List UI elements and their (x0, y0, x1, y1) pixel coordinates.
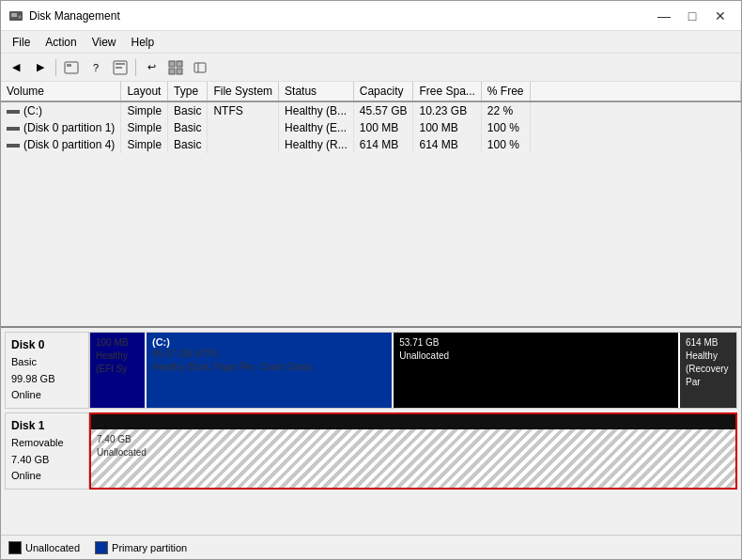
disk-management-window: Disk Management — □ ✕ File Action View H… (0, 0, 742, 560)
cell-freeSpace: 100 MB (413, 119, 481, 136)
disk0-partition-4[interactable]: 614 MB Healthy (Recovery Par (680, 333, 736, 408)
toolbar-separator-2 (135, 59, 136, 76)
svg-rect-9 (177, 61, 182, 67)
disk1-label: Disk 1 Removable 7.40 GB Online (5, 412, 89, 490)
cell-fileSystem (208, 119, 279, 136)
minimize-button[interactable]: — (651, 7, 677, 25)
window-title: Disk Management (29, 9, 120, 23)
svg-rect-10 (169, 69, 175, 74)
toolbar: ◀ ▶ ? ↩ (1, 54, 741, 82)
legend-box-primary (95, 541, 108, 554)
cell-layout: Simple (121, 136, 168, 153)
cell-layout: Simple (121, 101, 168, 119)
main-content: Volume Layout Type File System Status Ca… (1, 82, 741, 559)
legend: Unallocated Primary partition (1, 535, 741, 559)
cell-percentFree: 100 % (481, 136, 530, 153)
cell-status: Healthy (R... (279, 136, 354, 153)
legend-unallocated-label: Unallocated (25, 542, 80, 553)
close-button[interactable]: ✕ (707, 7, 734, 25)
col-freespace[interactable]: Free Spa... (413, 82, 481, 101)
toolbar-separator-1 (55, 59, 56, 76)
menu-action[interactable]: Action (38, 34, 84, 51)
volume-table-section[interactable]: Volume Layout Type File System Status Ca… (1, 82, 741, 328)
col-type[interactable]: Type (168, 82, 208, 101)
svg-rect-4 (67, 64, 71, 67)
disk-row-0: Disk 0 Basic 99.98 GB Online 100 MB Heal… (5, 332, 737, 409)
legend-box-unallocated (8, 541, 22, 554)
svg-rect-3 (65, 62, 78, 73)
col-percentfree[interactable]: % Free (481, 82, 530, 101)
toolbar-refresh[interactable]: ↩ (140, 57, 162, 78)
svg-rect-1 (11, 13, 17, 17)
col-capacity[interactable]: Capacity (353, 82, 413, 101)
toolbar-view[interactable] (164, 57, 187, 78)
cell-freeSpace: 10.23 GB (413, 101, 481, 119)
toolbar-disk[interactable] (60, 57, 83, 78)
cell-volume: (Disk 0 partition 1) (1, 119, 121, 136)
svg-rect-8 (169, 61, 175, 67)
volume-icon (7, 110, 20, 114)
cell-fileSystem: NTFS (208, 101, 279, 119)
cell-percentFree: 100 % (481, 119, 530, 136)
cell-capacity: 614 MB (353, 136, 413, 153)
toolbar-back[interactable]: ◀ (5, 57, 27, 78)
cell-volume: (Disk 0 partition 4) (1, 136, 121, 153)
legend-primary: Primary partition (95, 541, 187, 554)
disk-icon (8, 8, 23, 23)
svg-rect-6 (116, 63, 125, 65)
title-bar: Disk Management — □ ✕ (1, 1, 741, 31)
cell-freeSpace: 614 MB (413, 136, 481, 153)
cell-type: Basic (168, 101, 208, 119)
menu-view[interactable]: View (85, 34, 124, 51)
graph-section: Disk 0 Basic 99.98 GB Online 100 MB Heal… (1, 328, 741, 535)
disk0-label: Disk 0 Basic 99.98 GB Online (5, 332, 89, 409)
disk0-partition-2[interactable]: (C:) 45.57 GB NTFS Healthy (Boot, Page F… (147, 333, 394, 408)
cell-type: Basic (168, 136, 208, 153)
col-extra (530, 82, 740, 101)
cell-capacity: 45.57 GB (353, 101, 413, 119)
cell-type: Basic (168, 119, 208, 136)
legend-unallocated: Unallocated (8, 541, 80, 554)
toolbar-help[interactable]: ? (85, 57, 107, 78)
table-row[interactable]: (Disk 0 partition 4)SimpleBasicHealthy (… (1, 136, 741, 153)
cell-status: Healthy (E... (279, 119, 354, 136)
col-volume[interactable]: Volume (1, 82, 121, 101)
volume-table: Volume Layout Type File System Status Ca… (1, 82, 741, 153)
disk1-partition-1[interactable]: 7.40 GB Unallocated (91, 429, 735, 488)
menu-file[interactable]: File (5, 34, 38, 51)
svg-rect-12 (194, 63, 206, 72)
disk0-partition-3[interactable]: 53.71 GB Unallocated (394, 333, 680, 408)
cell-fileSystem (208, 136, 279, 153)
menu-help[interactable]: Help (124, 34, 162, 51)
table-row[interactable]: (Disk 0 partition 1)SimpleBasicHealthy (… (1, 119, 741, 136)
toolbar-extra[interactable] (189, 57, 211, 78)
disk1-partitions: 7.40 GB Unallocated (89, 412, 737, 490)
volume-icon (7, 144, 20, 148)
menu-bar: File Action View Help (1, 31, 741, 54)
maximize-button[interactable]: □ (679, 7, 705, 25)
window-controls: — □ ✕ (651, 7, 734, 25)
cell-percentFree: 22 % (481, 101, 530, 119)
volume-icon (7, 127, 20, 131)
col-status[interactable]: Status (279, 82, 354, 101)
col-layout[interactable]: Layout (121, 82, 168, 101)
cell-volume: (C:) (1, 101, 121, 119)
cell-layout: Simple (121, 119, 168, 136)
svg-point-2 (18, 15, 22, 19)
toolbar-properties[interactable] (109, 57, 131, 78)
cell-status: Healthy (B... (279, 101, 354, 119)
disk0-partition-1[interactable]: 100 MB Healthy (EFI Sy (90, 333, 147, 408)
disk-row-1: Disk 1 Removable 7.40 GB Online 7.40 GB … (5, 412, 737, 490)
svg-rect-11 (177, 69, 182, 74)
cell-capacity: 100 MB (353, 119, 413, 136)
svg-rect-7 (116, 67, 122, 69)
toolbar-forward[interactable]: ▶ (29, 57, 52, 78)
legend-primary-label: Primary partition (112, 542, 187, 553)
table-row[interactable]: (C:)SimpleBasicNTFSHealthy (B...45.57 GB… (1, 101, 741, 119)
disk0-partitions: 100 MB Healthy (EFI Sy (C:) 45.57 GB NTF… (89, 332, 737, 409)
col-filesystem[interactable]: File System (208, 82, 279, 101)
